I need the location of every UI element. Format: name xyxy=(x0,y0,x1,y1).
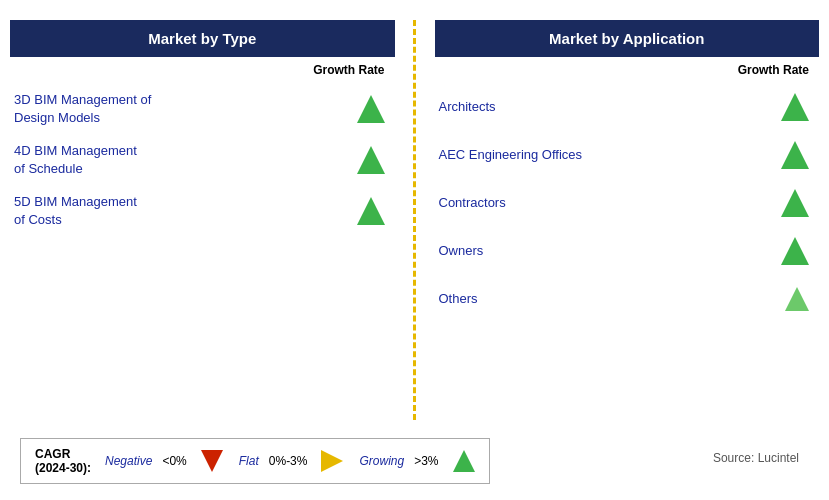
growing-value: >3% xyxy=(414,454,438,468)
left-item-row-2: 4D BIM Managementof Schedule xyxy=(10,134,395,185)
arrow-up-icon-r5 xyxy=(785,287,809,311)
right-item-row-3: Contractors xyxy=(435,179,820,227)
arrow-up-icon-r4 xyxy=(781,237,809,265)
left-item-label-2: 4D BIM Managementof Schedule xyxy=(14,142,349,177)
right-panel-header: Market by Application xyxy=(435,20,820,57)
right-item-label-4: Owners xyxy=(439,242,774,260)
negative-value: <0% xyxy=(162,454,186,468)
right-item-label-3: Contractors xyxy=(439,194,774,212)
source-text: Source: Lucintel xyxy=(713,451,819,471)
left-growth-rate-label: Growth Rate xyxy=(10,57,395,79)
right-growth-rate-label: Growth Rate xyxy=(435,57,820,79)
cagr-label: CAGR (2024-30): xyxy=(35,447,91,475)
right-items-list: Architects AEC Engineering Offices Contr… xyxy=(435,79,820,327)
right-item-row-2: AEC Engineering Offices xyxy=(435,131,820,179)
arrow-up-icon-r2 xyxy=(781,141,809,169)
arrow-up-icon-r3 xyxy=(781,189,809,217)
right-item-label-1: Architects xyxy=(439,98,774,116)
left-panel: Market by Type Growth Rate 3D BIM Manage… xyxy=(10,20,395,420)
dashed-line xyxy=(413,20,416,420)
arrow-up-icon-3 xyxy=(357,197,385,225)
left-item-row-3: 5D BIM Managementof Costs xyxy=(10,185,395,236)
arrow-right-yellow-icon xyxy=(321,450,343,472)
left-items-list: 3D BIM Management ofDesign Models 4D BIM… xyxy=(10,79,395,240)
right-panel: Market by Application Growth Rate Archit… xyxy=(435,20,820,420)
right-item-label-2: AEC Engineering Offices xyxy=(439,146,774,164)
left-item-row-1: 3D BIM Management ofDesign Models xyxy=(10,83,395,134)
growing-label: Growing xyxy=(359,454,404,468)
left-item-label-3: 5D BIM Managementof Costs xyxy=(14,193,349,228)
arrow-up-icon-2 xyxy=(357,146,385,174)
negative-label: Negative xyxy=(105,454,152,468)
arrow-up-green-icon xyxy=(453,450,475,472)
right-item-row-4: Owners xyxy=(435,227,820,275)
arrow-up-icon-1 xyxy=(357,95,385,123)
legend-bar: CAGR (2024-30): Negative <0% Flat 0%-3% … xyxy=(20,438,490,484)
right-item-row-5: Others xyxy=(435,275,820,323)
flat-value: 0%-3% xyxy=(269,454,308,468)
right-item-row-1: Architects xyxy=(435,83,820,131)
main-container: Market by Type Growth Rate 3D BIM Manage… xyxy=(0,0,829,430)
arrow-down-red-icon xyxy=(201,450,223,472)
divider xyxy=(395,20,435,420)
left-panel-header: Market by Type xyxy=(10,20,395,57)
flat-label: Flat xyxy=(239,454,259,468)
right-item-label-5: Others xyxy=(439,290,778,308)
arrow-up-icon-r1 xyxy=(781,93,809,121)
bottom-section: CAGR (2024-30): Negative <0% Flat 0%-3% … xyxy=(0,430,829,500)
left-item-label-1: 3D BIM Management ofDesign Models xyxy=(14,91,349,126)
